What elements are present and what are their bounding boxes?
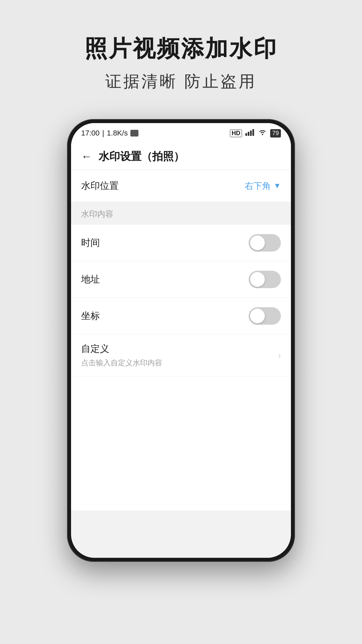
- time-row[interactable]: 时间: [71, 225, 291, 261]
- empty-content-area: [71, 376, 291, 511]
- main-title: 照片视频添加水印: [84, 34, 278, 64]
- chevron-right-icon: ›: [278, 350, 281, 361]
- status-separator: |: [102, 129, 104, 138]
- address-toggle[interactable]: [249, 271, 281, 288]
- custom-subtitle: 点击输入自定义水印内容: [81, 358, 162, 368]
- toggle-knob: [250, 235, 265, 250]
- section-header-text: 水印内容: [81, 209, 113, 218]
- position-value-group: 右下角 ▼: [245, 180, 281, 192]
- content-area: 水印位置 右下角 ▼ 水印内容 时间: [71, 170, 291, 511]
- chevron-down-icon: ▼: [274, 181, 281, 190]
- hd-badge: HD: [230, 129, 242, 137]
- custom-row[interactable]: 自定义 点击输入自定义水印内容 ›: [71, 334, 291, 376]
- address-label: 地址: [81, 273, 100, 286]
- svg-rect-3: [252, 129, 254, 136]
- toggle-knob-coordinate: [250, 309, 265, 323]
- status-speed: 1.8K/s: [107, 129, 128, 138]
- position-label: 水印位置: [81, 179, 119, 192]
- sub-title: 证据清晰 防止盗用: [84, 71, 278, 92]
- status-right: HD: [230, 128, 281, 138]
- coordinate-row[interactable]: 坐标: [71, 298, 291, 334]
- wifi-icon: [258, 129, 267, 138]
- svg-point-4: [262, 134, 263, 135]
- coordinate-label: 坐标: [81, 310, 100, 322]
- time-toggle[interactable]: [249, 234, 281, 252]
- svg-rect-2: [250, 130, 252, 136]
- page-title: 水印设置（拍照）: [99, 149, 184, 164]
- notification-icon: [130, 130, 138, 137]
- coordinate-toggle[interactable]: [249, 307, 281, 325]
- svg-rect-0: [245, 133, 247, 136]
- custom-title: 自定义: [81, 342, 162, 355]
- svg-rect-1: [248, 132, 249, 136]
- phone-mockup: 17:00 | 1.8K/s HD: [67, 119, 295, 562]
- phone-screen: 17:00 | 1.8K/s HD: [71, 123, 291, 558]
- watermark-position-row[interactable]: 水印位置 右下角 ▼: [71, 170, 291, 202]
- position-value: 右下角: [245, 180, 271, 192]
- position-section: 水印位置 右下角 ▼: [71, 170, 291, 202]
- status-bar: 17:00 | 1.8K/s HD: [71, 123, 291, 143]
- address-row[interactable]: 地址: [71, 261, 291, 298]
- toggle-knob-address: [250, 272, 265, 287]
- hero-section: 照片视频添加水印 证据清晰 防止盗用: [84, 34, 278, 92]
- signal-icon: [245, 128, 255, 138]
- back-button[interactable]: ←: [81, 150, 92, 163]
- battery-indicator: 79: [270, 129, 281, 138]
- status-left: 17:00 | 1.8K/s: [81, 129, 138, 138]
- time-label: 时间: [81, 236, 100, 249]
- watermark-content-section-header: 水印内容: [71, 202, 291, 225]
- status-time: 17:00: [81, 129, 100, 138]
- phone-outer-shell: 17:00 | 1.8K/s HD: [67, 119, 295, 562]
- custom-row-content: 自定义 点击输入自定义水印内容: [81, 342, 162, 368]
- app-header: ← 水印设置（拍照）: [71, 143, 291, 170]
